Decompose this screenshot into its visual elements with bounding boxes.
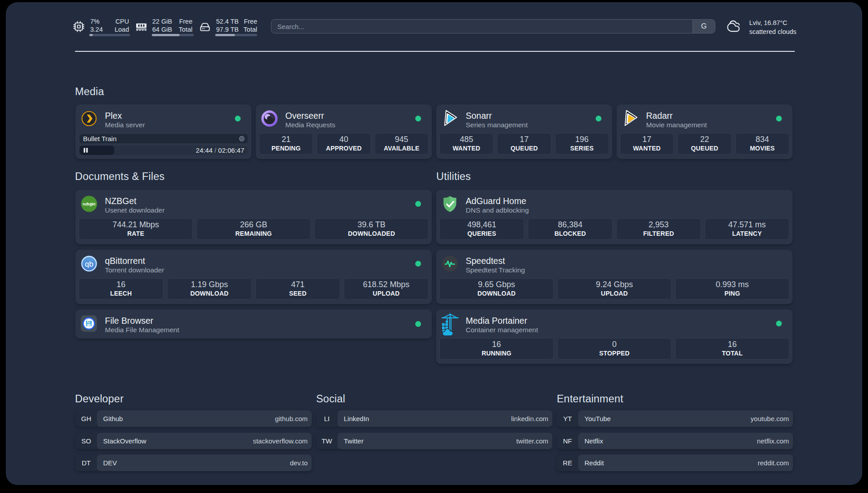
svg-text:nzbget: nzbget [83, 202, 95, 206]
svg-text:qb: qb [85, 260, 93, 268]
